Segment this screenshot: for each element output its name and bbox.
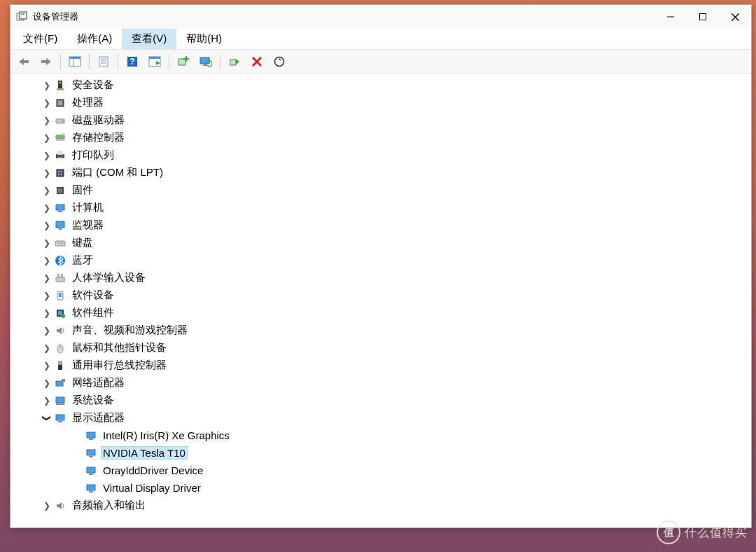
svg-rect-71 bbox=[58, 365, 62, 370]
chevron-right-icon[interactable]: ❯ bbox=[41, 98, 52, 108]
tree-label: NVIDIA Tesla T10 bbox=[102, 447, 187, 459]
gpu-icon bbox=[85, 464, 97, 477]
minimize-button[interactable] bbox=[654, 5, 687, 29]
chevron-right-icon[interactable]: ❯ bbox=[41, 151, 52, 160]
tree-node-virtual-display[interactable]: Virtual Display Driver bbox=[16, 479, 751, 497]
svg-rect-26 bbox=[230, 60, 236, 65]
tree-node-keyboards[interactable]: ❯ 键盘 bbox=[16, 234, 751, 251]
enable-device-button[interactable] bbox=[224, 52, 245, 71]
tree-node-usb[interactable]: ❯ 通用串行总线控制器 bbox=[16, 357, 751, 374]
chevron-right-icon[interactable]: ❯ bbox=[41, 343, 52, 353]
tree-node-ports[interactable]: ❯ 端口 (COM 和 LPT) bbox=[16, 164, 751, 181]
toolbar-separator bbox=[169, 54, 169, 69]
display-adapter-icon bbox=[54, 412, 66, 425]
tree-label: 网络适配器 bbox=[71, 376, 126, 389]
svg-rect-1 bbox=[20, 12, 27, 19]
show-hide-tree-button[interactable] bbox=[64, 52, 85, 71]
tree-node-oray-driver[interactable]: OrayIddDriver Device bbox=[16, 462, 751, 479]
tree-label: 存储控制器 bbox=[71, 131, 126, 144]
chevron-right-icon[interactable]: ❯ bbox=[41, 396, 52, 406]
chevron-right-icon[interactable]: ❯ bbox=[41, 203, 52, 213]
chevron-right-icon[interactable]: ❯ bbox=[41, 133, 52, 143]
tree-node-hid[interactable]: ❯ 人体学输入设备 bbox=[16, 269, 751, 287]
svg-rect-52 bbox=[56, 205, 64, 210]
chevron-right-icon[interactable]: ❯ bbox=[41, 291, 52, 301]
tree-node-software-components[interactable]: ❯ 软件组件 bbox=[16, 304, 751, 322]
chevron-right-icon[interactable]: ❯ bbox=[41, 273, 52, 283]
svg-rect-18 bbox=[149, 57, 160, 59]
tree-node-firmware[interactable]: ❯ 固件 bbox=[16, 181, 751, 199]
close-button[interactable] bbox=[719, 5, 751, 29]
tree-node-nvidia-tesla[interactable]: NVIDIA Tesla T10 bbox=[16, 444, 751, 462]
svg-rect-85 bbox=[89, 491, 93, 492]
tree-node-storage-controllers[interactable]: ❯ 存储控制器 bbox=[16, 129, 751, 146]
chevron-right-icon[interactable]: ❯ bbox=[41, 81, 52, 90]
svg-text:?: ? bbox=[130, 57, 134, 67]
svg-rect-44 bbox=[57, 158, 63, 160]
menu-file[interactable]: 文件(F) bbox=[13, 29, 67, 49]
svg-rect-3 bbox=[23, 13, 24, 15]
tree-node-network-adapters[interactable]: ❯ 网络适配器 bbox=[16, 374, 751, 392]
svg-rect-54 bbox=[56, 221, 64, 228]
chevron-right-icon[interactable]: ❯ bbox=[41, 116, 52, 125]
menu-help[interactable]: 帮助(H) bbox=[176, 29, 232, 49]
chevron-down-icon[interactable]: ❯ bbox=[42, 413, 52, 424]
app-icon bbox=[16, 11, 27, 22]
chevron-right-icon[interactable]: ❯ bbox=[41, 186, 52, 195]
tree-node-security-devices[interactable]: ❯ 安全设备 bbox=[16, 76, 751, 94]
svg-rect-83 bbox=[89, 474, 93, 475]
computer-icon bbox=[54, 202, 66, 214]
chevron-right-icon[interactable]: ❯ bbox=[41, 308, 52, 318]
menu-view[interactable]: 查看(V) bbox=[122, 29, 176, 49]
tree-node-processors[interactable]: ❯ 处理器 bbox=[16, 94, 751, 111]
tree-label: OrayIddDriver Device bbox=[102, 464, 204, 476]
tree-node-print-queues[interactable]: ❯ 打印队列 bbox=[16, 146, 751, 164]
help-button[interactable]: ? bbox=[122, 52, 143, 71]
toolbar-separator bbox=[220, 54, 220, 69]
svg-rect-51 bbox=[58, 188, 62, 193]
uninstall-device-button[interactable] bbox=[246, 52, 267, 71]
tree-node-mice[interactable]: ❯ 鼠标和其他指针设备 bbox=[16, 339, 751, 357]
scan-for-changes-button[interactable] bbox=[269, 52, 290, 71]
tree-node-monitors[interactable]: ❯ 监视器 bbox=[16, 216, 751, 234]
menubar: 文件(F) 操作(A) 查看(V) 帮助(H) bbox=[10, 29, 751, 50]
tree-node-sound-video-game[interactable]: ❯ 声音、视频和游戏控制器 bbox=[16, 322, 751, 339]
security-device-icon bbox=[54, 79, 66, 92]
svg-rect-79 bbox=[89, 439, 93, 440]
back-button[interactable] bbox=[13, 52, 34, 71]
tree-node-display-adapters[interactable]: ❯ 显示适配器 bbox=[16, 409, 751, 427]
add-legacy-hardware-button[interactable] bbox=[173, 52, 194, 71]
update-driver-button[interactable] bbox=[195, 52, 216, 71]
svg-point-47 bbox=[61, 171, 62, 172]
svg-rect-75 bbox=[56, 403, 64, 405]
maximize-button[interactable] bbox=[687, 5, 719, 29]
chevron-right-icon[interactable]: ❯ bbox=[41, 326, 52, 336]
monitor-icon bbox=[54, 219, 66, 232]
tree-node-bluetooth[interactable]: ❯ 蓝牙 bbox=[16, 251, 751, 269]
chevron-right-icon[interactable]: ❯ bbox=[41, 256, 52, 265]
chevron-right-icon[interactable]: ❯ bbox=[41, 221, 52, 230]
tree-node-intel-iris[interactable]: Intel(R) Iris(R) Xe Graphics bbox=[16, 427, 751, 444]
chevron-right-icon[interactable]: ❯ bbox=[41, 378, 52, 388]
device-tree[interactable]: ❯ 安全设备 ❯ 处理器 ❯ 磁盘驱动器 ❯ 存储控制器 ❯ 打印队列 ❯ bbox=[10, 74, 751, 527]
tree-pane-icon bbox=[69, 56, 81, 67]
tree-node-audio-io[interactable]: ❯ 音频输入和输出 bbox=[16, 497, 751, 514]
menu-action[interactable]: 操作(A) bbox=[67, 29, 122, 49]
tree-node-disk-drives[interactable]: ❯ 磁盘驱动器 bbox=[16, 111, 751, 129]
chevron-right-icon[interactable]: ❯ bbox=[41, 361, 52, 371]
properties-button[interactable] bbox=[93, 52, 114, 71]
svg-point-46 bbox=[58, 171, 59, 172]
tree-node-system-devices[interactable]: ❯ 系统设备 bbox=[16, 392, 751, 409]
svg-marker-31 bbox=[279, 58, 281, 60]
storage-controller-icon bbox=[54, 132, 66, 144]
tree-label: 打印队列 bbox=[71, 149, 115, 162]
svg-point-67 bbox=[61, 314, 65, 318]
svg-rect-82 bbox=[87, 467, 95, 473]
forward-button[interactable] bbox=[36, 52, 57, 71]
chevron-right-icon[interactable]: ❯ bbox=[41, 168, 52, 178]
tree-node-computer[interactable]: ❯ 计算机 bbox=[16, 199, 751, 216]
chevron-right-icon[interactable]: ❯ bbox=[41, 238, 52, 248]
scan-hardware-button[interactable] bbox=[144, 52, 165, 71]
chevron-right-icon[interactable]: ❯ bbox=[41, 501, 52, 511]
tree-node-software-devices[interactable]: ❯ 软件设备 bbox=[16, 287, 751, 304]
